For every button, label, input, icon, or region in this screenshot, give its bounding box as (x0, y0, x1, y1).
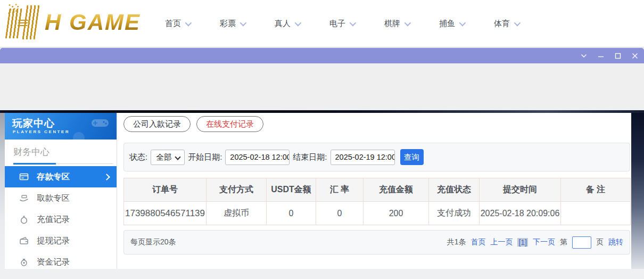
col-rate: 汇 率 (316, 178, 364, 202)
col-remark: 备 注 (561, 178, 631, 202)
sidebar-item-recharge-records[interactable]: 充值记录 (5, 209, 117, 230)
nav-item-fishing[interactable]: 捕鱼 (439, 19, 464, 29)
end-date-label: 结束日期: (293, 152, 327, 162)
close-icon[interactable] (630, 51, 640, 61)
chevron-down-icon (404, 19, 411, 26)
col-status: 充值状态 (429, 178, 480, 202)
cell-status: 支付成功 (429, 202, 480, 225)
sidebar-item-label: 提现记录 (37, 235, 70, 247)
nav-item-lottery[interactable]: 彩票 (220, 19, 245, 29)
record-tabs: 公司入款记录 在线支付记录 (123, 116, 263, 132)
cell-amount: 200 (364, 202, 429, 225)
page-jump-input[interactable] (572, 236, 591, 249)
nav-label: 电子 (329, 19, 345, 29)
nav-label: 捕鱼 (439, 19, 455, 29)
bottom-background (0, 269, 644, 279)
records-panel: 公司入款记录 在线支付记录 状态: 全部 开始日期: 结束日期: 查询 订单号 … (117, 113, 631, 269)
pagination-bar: 每页显示20条 共1条 首页 上一页 [1] 下一页 第 页 跳转 (123, 230, 630, 255)
cell-remark (561, 202, 631, 225)
nav-item-live[interactable]: 真人 (275, 19, 300, 29)
decor-circle (73, 132, 85, 140)
money-bag-icon (19, 215, 29, 224)
payment-records-table: 订单号 支付方式 USDT金额 汇 率 充值金额 充值状态 提交时间 备 注 1… (123, 178, 631, 225)
section-underline (13, 163, 56, 165)
chevron-down-icon (459, 19, 466, 26)
cell-pay-method: 虚拟币 (207, 202, 267, 225)
first-page-link[interactable]: 首页 (470, 237, 485, 247)
window-controls (579, 48, 640, 63)
sidebar-subtitle: PLAYERS CENTER (13, 129, 70, 134)
status-select[interactable]: 全部 (151, 150, 185, 165)
collapse-icon[interactable] (579, 51, 589, 61)
panel-left-frame (0, 113, 5, 269)
nav-item-slots[interactable]: 电子 (329, 19, 354, 29)
chevron-down-icon (514, 19, 521, 26)
total-count-text: 共1条 (447, 237, 466, 247)
table-header-row: 订单号 支付方式 USDT金额 汇 率 充值金额 充值状态 提交时间 备 注 (124, 178, 631, 202)
cell-order-no: 1739880546571139 (124, 202, 207, 225)
col-pay-method: 支付方式 (207, 178, 267, 202)
col-order-no: 订单号 (124, 178, 207, 202)
sidebar-item-label: 存款专区 (37, 171, 70, 183)
gamepad-icon (91, 117, 109, 131)
brand-name: H GAME (45, 10, 141, 35)
top-navbar: H GAME 首页 彩票 真人 电子 棋牌 (0, 0, 644, 47)
pagination-controls: 共1条 首页 上一页 [1] 下一页 第 页 跳转 (447, 236, 623, 249)
nav-item-home[interactable]: 首页 (165, 19, 190, 29)
hand-cash-icon (19, 193, 29, 203)
nav-label: 体育 (494, 19, 510, 29)
chevron-down-icon (350, 19, 357, 26)
jump-button[interactable]: 跳转 (608, 237, 623, 247)
chevron-down-icon (175, 154, 181, 160)
sidebar-item-deposit-zone[interactable]: 存款专区 (5, 166, 117, 187)
wallet-icon (19, 236, 29, 245)
chevron-down-icon (185, 19, 192, 26)
brand-logo[interactable]: H GAME (5, 4, 141, 40)
nav-item-cards[interactable]: 棋牌 (384, 19, 409, 29)
nav-label: 棋牌 (384, 19, 400, 29)
nav-label: 彩票 (220, 19, 236, 29)
nav-label: 首页 (165, 19, 181, 29)
start-date-input[interactable] (225, 150, 290, 165)
sidebar-item-label: 资金记录 (37, 257, 70, 268)
sidebar-item-label: 取款专区 (37, 193, 70, 204)
end-date-input[interactable] (331, 150, 395, 165)
nav-item-sports[interactable]: 体育 (494, 19, 519, 29)
section-underline-rest (56, 163, 113, 164)
table-row: 1739880546571139 虚拟币 0 0 200 支付成功 2025-0… (124, 202, 631, 225)
minimize-icon[interactable] (596, 51, 606, 61)
tab-company-deposit-records[interactable]: 公司入款记录 (123, 116, 191, 132)
hh-logo-icon (3, 4, 43, 40)
maximize-icon[interactable] (613, 51, 623, 61)
cell-rate: 0 (316, 202, 364, 225)
chevron-down-icon (240, 19, 247, 26)
coin-purse-icon (19, 257, 29, 267)
search-button[interactable]: 查询 (400, 149, 424, 165)
section-title: 财务中心 (13, 146, 49, 158)
nav-label: 真人 (275, 19, 291, 29)
jump-label-after: 页 (596, 237, 604, 247)
sidebar-item-label: 充值记录 (37, 214, 70, 225)
page-size-text: 每页显示20条 (130, 237, 176, 247)
bank-card-icon (19, 172, 29, 182)
prev-page-link[interactable]: 上一页 (490, 237, 513, 247)
main-nav: 首页 彩票 真人 电子 棋牌 捕鱼 (165, 0, 519, 47)
panel-right-frame (631, 113, 644, 269)
chevron-right-icon (103, 174, 110, 180)
sidebar-section: 财务中心 (5, 140, 117, 166)
jump-label-before: 第 (560, 237, 567, 247)
col-usdt-amount: USDT金额 (267, 178, 316, 202)
sidebar-item-withdraw-zone[interactable]: 取款专区 (5, 187, 117, 209)
tab-online-payment-records[interactable]: 在线支付记录 (196, 116, 263, 132)
col-amount: 充值金额 (364, 178, 429, 202)
current-page-indicator: [1] (517, 238, 528, 247)
filter-bar: 状态: 全部 开始日期: 结束日期: 查询 (123, 143, 630, 171)
status-label: 状态: (129, 152, 147, 162)
cell-usdt-amount: 0 (267, 202, 316, 225)
chevron-down-icon (295, 19, 302, 26)
window-titlebar[interactable] (0, 48, 644, 63)
sidebar-item-withdrawal-records[interactable]: 提现记录 (5, 230, 117, 251)
sidebar-title: 玩家中心 (12, 117, 55, 130)
app-window: H GAME 首页 彩票 真人 电子 棋牌 (0, 0, 644, 279)
next-page-link[interactable]: 下一页 (533, 237, 555, 247)
